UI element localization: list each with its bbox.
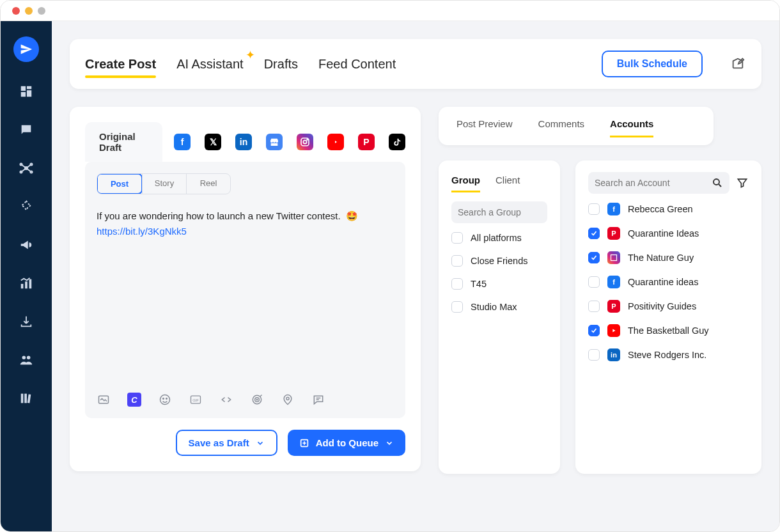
- google-business-icon[interactable]: [266, 134, 283, 150]
- type-tab-post[interactable]: Post: [97, 173, 143, 194]
- account-list: fRebecca GreenPQuarantine IdeasThe Natur…: [588, 203, 749, 361]
- group-label: T45: [471, 279, 487, 289]
- checkbox[interactable]: [588, 325, 600, 336]
- bulk-schedule-button[interactable]: Bulk Schedule: [602, 51, 703, 77]
- account-row[interactable]: fQuarantine ideas: [588, 276, 749, 288]
- networks-icon[interactable]: [17, 159, 35, 177]
- search-account-input[interactable]: [595, 178, 706, 188]
- svg-rect-10: [25, 281, 27, 288]
- library-icon[interactable]: [17, 389, 35, 407]
- messages-icon[interactable]: [17, 121, 35, 139]
- tab-comments[interactable]: Comments: [538, 118, 585, 137]
- goal-icon[interactable]: [250, 393, 264, 407]
- facebook-icon[interactable]: f: [174, 134, 191, 150]
- app-logo-icon[interactable]: [13, 36, 39, 62]
- close-window-icon[interactable]: [12, 7, 20, 15]
- tab-create-post[interactable]: Create Post: [85, 52, 156, 77]
- tab-accounts[interactable]: Accounts: [610, 118, 653, 137]
- svg-rect-0: [21, 86, 26, 91]
- gif-icon[interactable]: GIF: [189, 393, 203, 407]
- draft-tab-original[interactable]: Original Draft: [85, 122, 162, 162]
- tiktok-icon[interactable]: [389, 134, 405, 150]
- account-row[interactable]: inSteve Rodgers Inc.: [588, 348, 749, 361]
- youtube-icon[interactable]: [327, 134, 344, 150]
- search-account-box[interactable]: [588, 172, 729, 194]
- sparkle-icon: ✦: [246, 48, 255, 62]
- dashboard-icon[interactable]: [17, 82, 35, 100]
- account-row[interactable]: fRebecca Green: [588, 203, 749, 215]
- maximize-window-icon[interactable]: [38, 7, 45, 15]
- li-icon: in: [607, 348, 620, 361]
- pinterest-icon[interactable]: P: [358, 134, 375, 150]
- media-icon[interactable]: [97, 393, 111, 407]
- sub-tab-group[interactable]: Group: [451, 175, 480, 192]
- tab-feed-content[interactable]: Feed Content: [318, 52, 396, 77]
- svg-rect-11: [29, 279, 32, 289]
- yt-icon: [607, 324, 620, 337]
- group-panel: Group Client All platformsClose FriendsT…: [439, 160, 560, 474]
- compose-icon[interactable]: [731, 56, 746, 72]
- team-icon[interactable]: [17, 351, 35, 369]
- group-row[interactable]: Close Friends: [451, 255, 547, 267]
- emoji-icon[interactable]: [158, 393, 172, 407]
- search-group-box[interactable]: [451, 201, 547, 223]
- filter-icon[interactable]: [736, 176, 749, 189]
- code-icon[interactable]: [219, 393, 233, 407]
- ig-icon: [607, 251, 620, 264]
- canva-icon[interactable]: C: [127, 393, 141, 407]
- instagram-icon[interactable]: [297, 134, 313, 150]
- checkbox[interactable]: [588, 252, 600, 263]
- titlebar: [1, 1, 779, 21]
- tab-drafts[interactable]: Drafts: [264, 52, 298, 77]
- svg-text:GIF: GIF: [192, 398, 199, 402]
- save-draft-label: Save as Draft: [189, 437, 249, 448]
- checkbox[interactable]: [588, 228, 600, 239]
- checkbox[interactable]: [588, 349, 600, 361]
- svg-rect-3: [21, 92, 26, 97]
- checkbox[interactable]: [588, 276, 600, 288]
- account-row[interactable]: The Nature Guy: [588, 251, 749, 264]
- download-icon[interactable]: [17, 313, 35, 331]
- group-row[interactable]: T45: [451, 278, 547, 290]
- tab-post-preview[interactable]: Post Preview: [456, 118, 513, 137]
- svg-rect-1: [27, 86, 31, 90]
- x-twitter-icon[interactable]: 𝕏: [205, 134, 221, 150]
- analytics-icon[interactable]: [17, 274, 35, 292]
- minimize-window-icon[interactable]: [25, 7, 33, 15]
- tab-ai-assistant[interactable]: AI Assistant ✦: [176, 52, 244, 77]
- compose-textarea[interactable]: If you are wondering how to launch a new…: [97, 208, 394, 239]
- svg-rect-14: [21, 394, 24, 403]
- account-row[interactable]: The Basketball Guy: [588, 324, 749, 337]
- group-list: All platformsClose FriendsT45Studio Max: [451, 232, 547, 313]
- add-queue-label: Add to Queue: [316, 437, 378, 448]
- svg-point-23: [166, 398, 168, 400]
- type-tab-reel[interactable]: Reel: [186, 174, 230, 194]
- checkbox[interactable]: [451, 255, 463, 267]
- search-group-input[interactable]: [458, 207, 570, 217]
- add-to-queue-button[interactable]: Add to Queue: [288, 430, 405, 456]
- checkbox[interactable]: [451, 301, 463, 313]
- tab-ai-assistant-label: AI Assistant: [176, 57, 244, 71]
- svg-point-29: [286, 397, 289, 400]
- save-draft-button[interactable]: Save as Draft: [176, 430, 277, 456]
- fb-icon: f: [607, 276, 620, 288]
- group-row[interactable]: All platforms: [451, 232, 547, 244]
- checkbox[interactable]: [588, 301, 600, 312]
- megaphone-icon[interactable]: [17, 236, 35, 254]
- account-row[interactable]: PQuarantine Ideas: [588, 227, 749, 240]
- account-row[interactable]: PPositivity Guides: [588, 300, 749, 313]
- editor-toolbar: C GIF: [97, 393, 394, 407]
- checkbox[interactable]: [588, 203, 600, 215]
- group-row[interactable]: Studio Max: [451, 301, 547, 313]
- comment-icon[interactable]: [311, 393, 325, 407]
- checkbox[interactable]: [451, 278, 463, 290]
- compose-link[interactable]: https://bit.ly/3KgNkk5: [97, 226, 187, 237]
- type-tab-story[interactable]: Story: [142, 174, 186, 194]
- pt-icon: P: [607, 227, 620, 240]
- checkbox[interactable]: [451, 232, 463, 244]
- sub-tab-client[interactable]: Client: [495, 175, 520, 192]
- location-icon[interactable]: [281, 393, 295, 407]
- content-area: Create Post AI Assistant ✦ Drafts Feed C…: [52, 21, 779, 531]
- linkedin-icon[interactable]: in: [235, 134, 252, 150]
- target-icon[interactable]: [17, 198, 35, 215]
